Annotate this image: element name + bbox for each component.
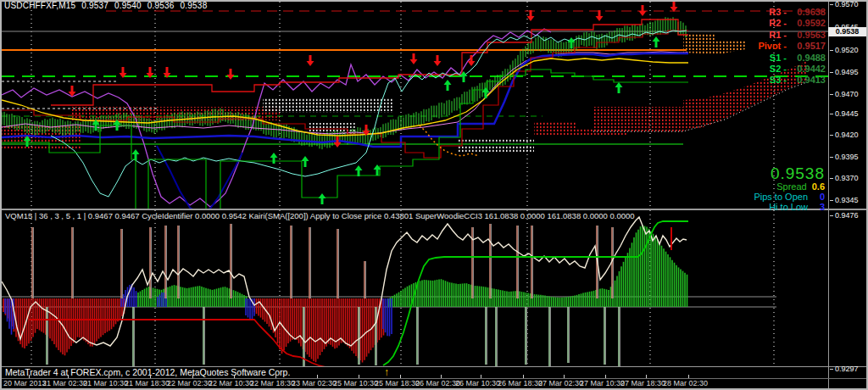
chart-title: USDCHFFXF,M15 0.9537 0.9540 0.9536 0.953… [4, 1, 210, 10]
spread-value: 0.6 [812, 182, 825, 192]
time-label: 27 Mar 18:30 [620, 379, 665, 387]
time-tick [400, 375, 401, 378]
time-label: 22 Mar 10:30 [209, 379, 253, 387]
tick-mark [830, 369, 833, 370]
pivot-value: 0.9517 [787, 41, 826, 52]
time-tick [192, 375, 193, 378]
hi-to-low-value: 3 [813, 203, 825, 212]
axis-separator [828, 2, 829, 388]
time-label: 21 Mar 18:30 [125, 379, 170, 387]
time-label: 26 Mar 02:30 [415, 379, 460, 387]
time-label: 22 Mar 02:30 [167, 379, 212, 387]
time-label: 27 Mar 10:30 [580, 379, 625, 387]
time-tick [359, 375, 359, 378]
indicator-panel-canvas[interactable] [2, 210, 828, 366]
time-tick [234, 375, 235, 378]
quote-open: 0.9537 [81, 1, 108, 10]
hi-to-low-label: Hi to Low [769, 203, 808, 212]
pivot-row-r3: R3 - 0.9638 [758, 7, 826, 18]
time-tick [108, 375, 109, 378]
time-label: 23 Mar 02:30 [292, 379, 337, 387]
pivot-value: 0.9488 [787, 53, 826, 64]
tick-mark [830, 94, 833, 95]
tick-mark [830, 178, 833, 179]
lower-axis-top-label: 0.9476 [830, 211, 859, 220]
tick-mark [830, 200, 833, 201]
time-tick [564, 375, 565, 378]
pips-to-open-label: Pips to Open [754, 192, 808, 202]
price-tick-label: 0.9370 [830, 174, 859, 182]
time-label: 28 Mar 02:30 [663, 379, 708, 387]
time-label: 21 Mar 10:30 [83, 379, 128, 387]
time-tick [150, 375, 151, 378]
pivot-row-s2: S2 - 0.9442 [758, 64, 826, 75]
pivot-value: 0.9592 [787, 18, 826, 29]
pivot-levels-panel: R3 - 0.9638R2 - 0.9592R1 - 0.9563Pivot -… [758, 7, 826, 86]
pivot-row-r2: R2 - 0.9592 [758, 18, 826, 29]
time-label: 21 Mar 02:30 [42, 379, 87, 387]
price-tick-label: 0.9345 [830, 196, 859, 204]
pips-to-open-row: Pips to Open 0 [754, 192, 825, 202]
pivot-label: S3 - [770, 75, 787, 86]
tick-mark [830, 50, 833, 51]
time-label: 27 Mar 02:30 [538, 379, 583, 387]
pivot-value: 0.9563 [787, 30, 826, 41]
time-tick [523, 375, 524, 378]
main-chart-canvas[interactable] [2, 2, 828, 209]
pips-to-open-value: 0 [813, 192, 825, 202]
quote-close: 0.9538 [181, 1, 208, 10]
price-tick-label: 0.9520 [830, 46, 859, 54]
time-tick [688, 375, 689, 378]
price-tick-label: 0.9470 [830, 90, 859, 98]
tick-mark [830, 215, 833, 216]
time-label: 25 Mar 10:30 [333, 379, 378, 387]
price-tick-label: 0.9395 [830, 153, 859, 161]
time-label: 20 Mar 2013 [3, 379, 47, 387]
time-tick [441, 375, 442, 378]
signal-cross-up-arrow-icon: ↑ [384, 367, 389, 377]
pivot-label: S1 - [770, 53, 787, 64]
time-tick [317, 375, 318, 378]
indicator-values-header: VQM15 | 36 , 3 , 5 , 1 | 0.9467 0.9467 C… [5, 211, 635, 220]
spread-row: Spread 0.6 [754, 182, 825, 192]
brand-status-text: MetaTrader 4 at FOREX.com, c 2001-2012, … [5, 367, 290, 377]
symbol-timeframe-label: USDCHFFXF,M15 [4, 1, 75, 10]
quote-high: 0.9540 [114, 1, 142, 10]
tick-mark [830, 114, 833, 114]
bid-price-label: 0.9538 [754, 166, 825, 181]
quote-low: 0.9536 [147, 1, 175, 10]
pivot-row-r1: R1 - 0.9563 [758, 30, 826, 41]
tick-mark [830, 135, 833, 136]
time-tick [68, 375, 69, 378]
time-tick [29, 375, 30, 378]
hi-to-low-row: Hi to Low 3 [754, 203, 825, 212]
time-tick [275, 375, 276, 378]
pivot-label: R2 - [769, 18, 787, 29]
pivot-value: 0.9413 [787, 75, 826, 86]
pivot-row-pivot: Pivot - 0.9517 [758, 41, 826, 52]
panel-separator[interactable] [2, 209, 866, 210]
time-label: 22 Mar 18:30 [250, 379, 295, 387]
pivot-value: 0.9442 [787, 64, 826, 75]
time-label: 25 Mar 18:30 [375, 379, 420, 387]
mt4-chart-window: USDCHFFXF,M15 0.9537 0.9540 0.9536 0.953… [0, 0, 868, 390]
quote-info-panel: 0.9538 Spread 0.6 Pips to Open 0 Hi to L… [754, 166, 825, 212]
pivot-row-s3: S3 - 0.9413 [758, 75, 826, 86]
price-tick-label: 0.9495 [830, 68, 859, 76]
pivot-label: R3 - [769, 7, 787, 18]
lower-axis-bottom-label: 0.9297 [830, 365, 859, 373]
pivot-label: R1 - [769, 30, 787, 41]
tick-mark [830, 157, 833, 158]
time-label: 26 Mar 18:30 [498, 379, 542, 387]
price-tick-label: 0.9420 [830, 131, 859, 139]
time-tick [481, 375, 481, 378]
price-tick-label: 0.9570 [830, 0, 859, 8]
time-tick [605, 375, 606, 378]
time-tick [646, 375, 647, 378]
pivot-label: Pivot - [758, 41, 787, 52]
pivot-value: 0.9638 [787, 7, 826, 18]
current-price-box: 0.9538 [828, 27, 866, 36]
time-label: 26 Mar 10:30 [455, 379, 500, 387]
pivot-row-s1: S1 - 0.9488 [758, 53, 826, 64]
pivot-label: S2 - [770, 64, 787, 75]
